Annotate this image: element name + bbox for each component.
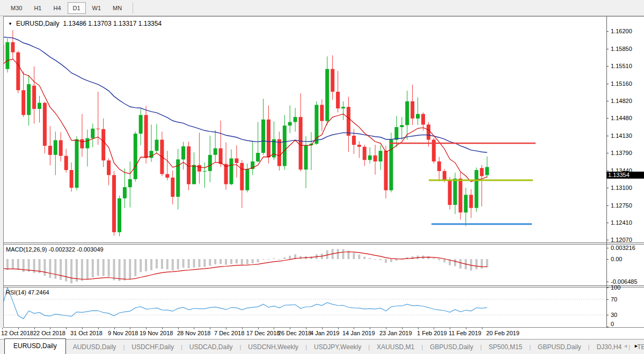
candle[interactable]	[459, 172, 463, 220]
chart-tab-usdcnh-weekly[interactable]: USDCNH,Weekly	[241, 341, 305, 353]
candle[interactable]	[464, 188, 467, 226]
candle[interactable]	[411, 85, 414, 125]
candle[interactable]	[139, 109, 143, 145]
candle[interactable]	[112, 171, 116, 236]
candle[interactable]	[27, 75, 31, 126]
candle[interactable]	[208, 136, 212, 182]
rsi-pane[interactable]	[4, 287, 606, 327]
candle[interactable]	[160, 131, 164, 176]
candle[interactable]	[416, 97, 420, 125]
candle[interactable]	[405, 91, 409, 139]
candle[interactable]	[261, 99, 265, 155]
candle[interactable]	[144, 106, 148, 163]
candle[interactable]	[48, 126, 52, 165]
candle[interactable]	[347, 97, 350, 152]
candle[interactable]	[294, 108, 297, 131]
timeframe-button-d1[interactable]: D1	[68, 2, 86, 14]
candle[interactable]	[107, 158, 111, 185]
candle[interactable]	[85, 130, 89, 167]
candle[interactable]	[245, 164, 249, 193]
candle[interactable]	[75, 136, 79, 190]
candle[interactable]	[374, 145, 377, 175]
candle[interactable]	[32, 67, 36, 123]
candle[interactable]	[325, 56, 329, 125]
candle[interactable]	[474, 167, 478, 212]
candle[interactable]	[256, 122, 260, 163]
candle[interactable]	[267, 106, 270, 164]
candle[interactable]	[379, 145, 383, 170]
candle[interactable]	[368, 148, 372, 164]
candle[interactable]	[320, 99, 324, 131]
candle[interactable]	[453, 173, 457, 214]
ma-line-slow[interactable]	[4, 37, 487, 152]
candle[interactable]	[80, 114, 84, 157]
candle[interactable]	[21, 71, 25, 117]
candle[interactable]	[304, 136, 308, 188]
candle[interactable]	[394, 116, 398, 147]
timeframe-button-mn[interactable]: MN	[107, 2, 127, 14]
candle[interactable]	[64, 149, 68, 173]
candle[interactable]	[11, 30, 14, 60]
chart-tab-audusd-daily[interactable]: AUDUSD,Daily	[66, 341, 123, 353]
candle[interactable]	[448, 177, 452, 209]
chart-tab-gbpusd-daily[interactable]: GBPUSD,Daily	[423, 341, 480, 353]
candle[interactable]	[299, 93, 303, 172]
candle[interactable]	[4, 36, 4, 66]
chart-tab-eurusd-daily[interactable]: EURUSD,Daily	[4, 338, 66, 354]
chart-tab-usdjpy-weekly[interactable]: USDJPY,Weekly	[307, 341, 368, 353]
candle[interactable]	[16, 51, 20, 93]
candle[interactable]	[288, 106, 292, 134]
candle[interactable]	[155, 124, 159, 153]
candle[interactable]	[251, 141, 254, 175]
candle[interactable]	[485, 157, 489, 178]
timeframe-button-h4[interactable]: H4	[48, 2, 66, 14]
candle[interactable]	[214, 130, 217, 163]
candle[interactable]	[400, 117, 404, 139]
candle[interactable]	[171, 171, 174, 204]
candle[interactable]	[384, 146, 388, 198]
tabs-scroll-left-icon[interactable]: ◄	[623, 343, 628, 349]
candle[interactable]	[389, 132, 393, 192]
candle[interactable]	[38, 96, 41, 123]
candle[interactable]	[165, 151, 169, 180]
timeframe-button-h1[interactable]: H1	[28, 2, 47, 14]
chart-tab-xauusd-m1[interactable]: XAUUSD,M1	[370, 341, 421, 353]
candle[interactable]	[235, 145, 238, 178]
candle[interactable]	[336, 71, 340, 112]
candle[interactable]	[357, 141, 361, 158]
price-chart-pane[interactable]	[4, 17, 606, 242]
candle[interactable]	[176, 149, 180, 210]
candle[interactable]	[219, 121, 223, 167]
symbol-dropdown-icon[interactable]: ▼	[8, 21, 12, 26]
candle[interactable]	[309, 132, 313, 170]
candle[interactable]	[128, 161, 132, 208]
candle[interactable]	[118, 196, 121, 236]
candle[interactable]	[480, 165, 484, 206]
candle[interactable]	[54, 131, 57, 175]
chart-tab-usdchf-daily[interactable]: USDCHF,Daily	[125, 341, 181, 353]
candle[interactable]	[70, 163, 74, 192]
timeframe-button-m30[interactable]: M30	[5, 2, 27, 14]
timeframe-button-w1[interactable]: W1	[87, 2, 107, 14]
candle[interactable]	[277, 131, 281, 171]
candle[interactable]	[123, 168, 127, 208]
candle[interactable]	[469, 189, 473, 218]
candle[interactable]	[437, 157, 441, 181]
candle[interactable]	[134, 131, 137, 181]
candle[interactable]	[181, 142, 185, 169]
candle[interactable]	[203, 163, 207, 188]
candle[interactable]	[59, 132, 63, 161]
candle[interactable]	[197, 132, 201, 183]
chart-tab-usdcad-daily[interactable]: USDCAD,Daily	[182, 341, 240, 353]
candle[interactable]	[230, 149, 233, 185]
candle[interactable]	[192, 152, 196, 184]
candle[interactable]	[432, 138, 436, 164]
candle[interactable]	[363, 145, 367, 166]
candle[interactable]	[283, 115, 287, 170]
chart-tab-gbpusd-daily[interactable]: GBPUSD,Daily	[531, 341, 588, 353]
candle[interactable]	[91, 123, 94, 147]
candle[interactable]	[240, 160, 244, 208]
candle[interactable]	[5, 38, 9, 72]
chart-window[interactable]: ▼ EURUSD,Daily 1.13486 1.13703 1.13317 1…	[4, 16, 644, 328]
candle[interactable]	[341, 101, 345, 120]
